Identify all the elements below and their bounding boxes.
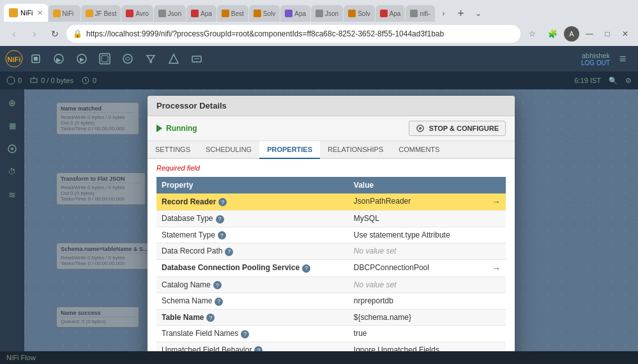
tab-apa2[interactable]: Apa [280, 5, 310, 22]
arrow-icon[interactable]: → [492, 263, 501, 273]
help-icon[interactable]: ? [254, 346, 262, 351]
table-row[interactable]: Database Type?MySQL [156, 211, 506, 227]
value-cell[interactable]: DBCPConnectionPool→ [349, 259, 506, 277]
tab-scheduling[interactable]: SCHEDULING [198, 141, 259, 159]
value-cell[interactable]: Ignore Unmatched Fields [349, 342, 506, 351]
help-icon[interactable]: ? [218, 231, 226, 239]
tab-comments[interactable]: COMMENTS [391, 141, 447, 159]
help-icon[interactable]: ? [302, 264, 310, 273]
maximize-button[interactable]: □ [600, 26, 615, 42]
tab-properties[interactable]: PROPERTIES [259, 141, 320, 159]
toolbar-remote-group-icon[interactable] [118, 49, 138, 69]
tab-json1[interactable]: Json [154, 5, 186, 22]
tab-jfbest[interactable]: JF Best [81, 5, 121, 22]
bookmark-star-icon[interactable]: ☆ [523, 25, 541, 43]
table-row[interactable]: Table Name?${schema.name} [156, 309, 506, 326]
status-settings-icon[interactable]: ⚙ [625, 77, 632, 85]
nifi-statusbar: 0 0 / 0 bytes 0 6:19 IST 🔍 ⚙ [0, 72, 638, 89]
value-cell[interactable]: Use statement.type Attribute [349, 227, 506, 243]
tab-new-button[interactable]: + [453, 5, 469, 22]
property-cell: Data Record Path? [156, 243, 349, 260]
extensions-icon[interactable]: 🧩 [543, 25, 561, 43]
tab-json2[interactable]: Json [311, 5, 343, 22]
task-count: 0 [93, 77, 96, 84]
help-icon[interactable]: ? [218, 198, 227, 206]
table-row[interactable]: Database Connection Pooling Service?DBCP… [156, 259, 506, 277]
running-status: Running [156, 124, 197, 133]
property-cell: Database Type? [156, 211, 349, 227]
configure-icon [416, 124, 425, 133]
side-birdseye-icon[interactable] [3, 139, 22, 158]
table-row[interactable]: Catalog Name?No value set [156, 277, 506, 293]
toolbar-template-icon[interactable] [163, 49, 184, 69]
status-time: 6:19 IST [574, 77, 601, 84]
tab-menu-button[interactable]: ⌄ [470, 5, 487, 22]
value-cell[interactable]: ${schema.name} [349, 309, 506, 326]
help-icon[interactable]: ? [215, 298, 223, 306]
nifi-bottom-bar: NiFi Flow [0, 351, 638, 364]
tab-more-button[interactable]: › [436, 5, 452, 22]
table-row[interactable]: Record Reader?JsonPathReader→ [156, 193, 506, 211]
tab-apa1[interactable]: Apa [186, 5, 216, 22]
table-row[interactable]: Schema Name?nrpreportdb [156, 293, 506, 310]
tab-solv1[interactable]: Solv [249, 5, 280, 22]
side-history-icon[interactable]: ⏱ [3, 162, 22, 181]
arrow-icon[interactable]: → [492, 197, 501, 207]
toolbar-processor-icon[interactable] [26, 49, 46, 69]
table-row[interactable]: Unmatched Field Behavior?Ignore Unmatche… [156, 342, 506, 351]
toolbar-menu-icon[interactable]: ≡ [612, 49, 633, 69]
canvas-area: ⊕ ▦ ⏱ ≋ Name matched Read/Write 0 bytes … [0, 89, 638, 351]
value-cell[interactable]: nrpreportdb [349, 293, 506, 310]
minimize-button[interactable]: — [582, 26, 597, 42]
help-icon[interactable]: ? [216, 215, 224, 224]
table-row[interactable]: Data Record Path?No value set [156, 243, 506, 260]
nav-forward-button[interactable]: › [26, 25, 43, 43]
side-navigate-icon[interactable]: ⊕ [3, 93, 22, 112]
tab-close-icon[interactable]: ✕ [37, 9, 43, 17]
svg-point-25 [419, 127, 422, 130]
nav-reload-button[interactable]: ↻ [46, 25, 64, 43]
help-icon[interactable]: ? [213, 281, 222, 289]
address-input-wrapper: 🔒 [66, 25, 520, 43]
side-overview-icon[interactable]: ▦ [3, 116, 22, 135]
tab-apa3[interactable]: Apa [376, 5, 406, 22]
nav-back-button[interactable]: ‹ [5, 25, 23, 43]
dialog-title: Processor Details [156, 101, 227, 110]
tab-relationships[interactable]: RELATIONSHIPS [320, 141, 391, 159]
tab-active[interactable]: NiFi ✕ [4, 4, 48, 22]
svg-point-10 [123, 54, 132, 63]
tab-settings[interactable]: SETTINGS [148, 141, 198, 159]
tab-best[interactable]: Best [217, 5, 248, 22]
toolbar-input-port-icon[interactable]: ▶ [49, 49, 69, 69]
help-icon[interactable]: ? [206, 314, 215, 322]
toolbar-output-port-icon[interactable]: ▶ [72, 49, 92, 69]
value-cell[interactable]: JsonPathReader→ [349, 193, 506, 211]
status-search-icon[interactable]: 🔍 [609, 77, 618, 85]
tab-avro[interactable]: Avro [121, 5, 153, 22]
value-cell[interactable]: No value set [349, 243, 506, 260]
col-property-header: Property [156, 177, 349, 193]
help-icon[interactable]: ? [241, 330, 249, 338]
running-label: Running [166, 124, 197, 133]
side-flow-icon[interactable]: ≋ [3, 185, 22, 204]
tab-nifi3[interactable]: nifi- [406, 5, 434, 22]
help-icon[interactable]: ? [225, 248, 233, 256]
tab-solv2[interactable]: Solv [344, 5, 374, 22]
close-window-button[interactable]: ✕ [618, 26, 633, 42]
toolbar-process-group-icon[interactable] [95, 49, 115, 69]
value-cell[interactable]: true [349, 326, 506, 342]
toolbar-label-icon[interactable] [186, 49, 207, 69]
toolbar-funnel-icon[interactable] [141, 49, 161, 69]
table-row[interactable]: Statement Type?Use statement.type Attrib… [156, 227, 506, 243]
logout-link[interactable]: LOG OUT [581, 59, 610, 66]
user-avatar[interactable]: A [564, 26, 579, 42]
table-row[interactable]: Translate Field Names?true [156, 326, 506, 342]
status-tasks: 0 [81, 76, 96, 85]
value-cell[interactable]: MySQL [349, 211, 506, 227]
tab-nifi2[interactable]: NiFi [49, 5, 80, 22]
stop-configure-button[interactable]: STOP & CONFIGURE [409, 121, 506, 136]
nifi-logo-icon: NiFi [5, 50, 23, 68]
address-input[interactable] [86, 29, 514, 38]
svg-text:▶: ▶ [56, 56, 61, 63]
value-cell[interactable]: No value set [349, 277, 506, 293]
